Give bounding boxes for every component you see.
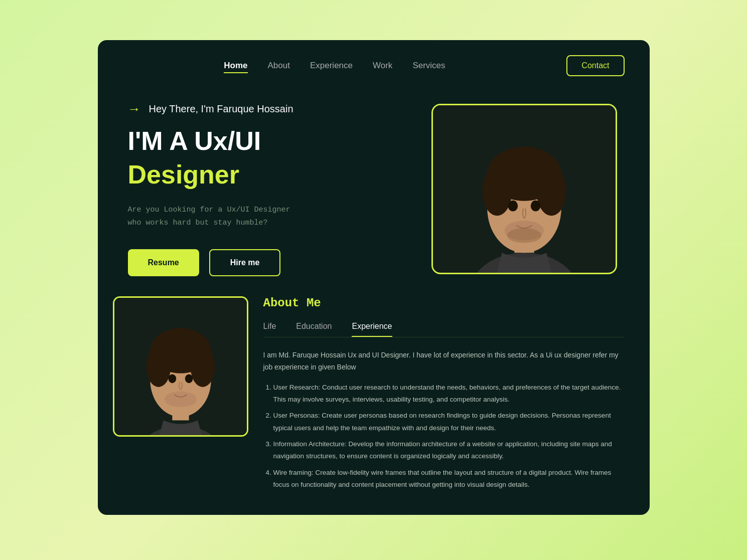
nav-links: Home About Experience Work Services [123, 61, 547, 71]
hero-image-frame [431, 104, 617, 274]
list-item: Information Architecture: Develop the in… [273, 438, 625, 463]
hire-button[interactable]: Hire me [209, 249, 281, 276]
svg-point-7 [536, 166, 566, 216]
list-item: Wire framing: Create low-fidelity wire f… [273, 467, 625, 491]
hero-title-line1: I'M A Ux/UI [128, 127, 409, 155]
nav-about[interactable]: About [268, 61, 290, 71]
svg-point-20 [168, 375, 176, 384]
hero-portrait [433, 105, 616, 272]
about-portrait [114, 298, 247, 435]
navbar: Home About Experience Work Services Cont… [98, 40, 650, 86]
svg-point-6 [482, 166, 512, 216]
main-card: Home About Experience Work Services Cont… [98, 40, 650, 515]
arrow-icon: → [128, 101, 141, 117]
tab-education[interactable]: Education [296, 322, 332, 337]
about-section: About Me Life Education Experience I am … [98, 296, 650, 515]
hero-right [429, 104, 620, 274]
hero-description: Are you Looking for a Ux/UI Designer who… [128, 204, 298, 229]
nav-services[interactable]: Services [412, 61, 445, 71]
about-experience-list: User Research: Conduct user research to … [263, 382, 625, 491]
about-section-title: About Me [263, 296, 625, 310]
about-image-column [98, 296, 248, 495]
about-intro-text: I am Md. Faruque Hossain Ux and UI Desig… [263, 349, 625, 374]
about-content: About Me Life Education Experience I am … [248, 296, 650, 495]
tab-life[interactable]: Life [263, 322, 276, 337]
svg-point-21 [185, 375, 193, 384]
hero-left: → Hey There, I'm Faruque Hossain I'M A U… [128, 101, 409, 276]
resume-button[interactable]: Resume [128, 249, 199, 276]
nav-work[interactable]: Work [373, 61, 392, 71]
about-image-frame [113, 296, 248, 437]
svg-point-8 [508, 201, 518, 212]
tab-experience[interactable]: Experience [352, 322, 392, 337]
greeting-row: → Hey There, I'm Faruque Hossain [128, 101, 409, 117]
hero-buttons: Resume Hire me [128, 249, 409, 276]
contact-button[interactable]: Contact [566, 55, 624, 76]
hero-title-line2: Designer [128, 159, 409, 190]
greeting-text: Hey There, I'm Faruque Hossain [149, 103, 293, 115]
about-tabs: Life Education Experience [263, 322, 625, 337]
hero-section: → Hey There, I'm Faruque Hossain I'M A U… [98, 86, 650, 296]
svg-point-9 [530, 201, 540, 212]
svg-point-18 [146, 346, 171, 387]
list-item: User Research: Conduct user research to … [273, 382, 625, 406]
nav-home[interactable]: Home [224, 61, 247, 71]
list-item: User Personas: Create user personas base… [273, 410, 625, 434]
svg-point-19 [190, 346, 215, 387]
svg-point-22 [164, 392, 197, 407]
svg-point-11 [507, 228, 541, 243]
nav-experience[interactable]: Experience [310, 61, 353, 71]
